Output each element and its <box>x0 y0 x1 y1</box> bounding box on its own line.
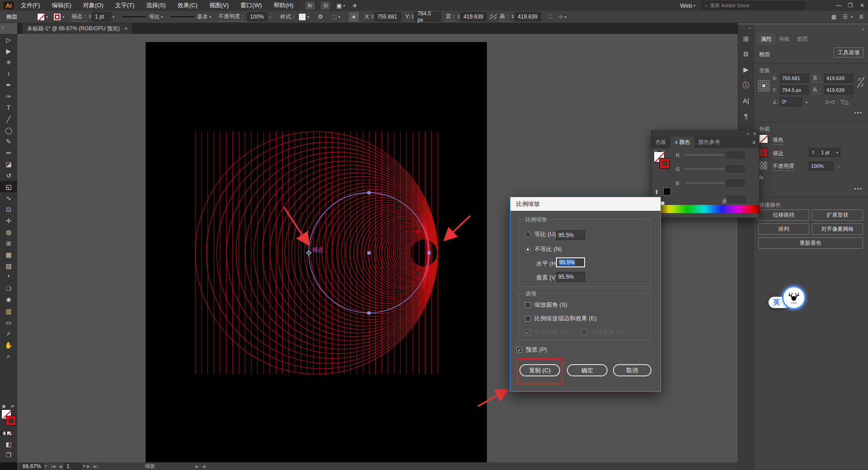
stroke-weight-input[interactable]: 1 pt <box>92 12 111 21</box>
hex-input[interactable] <box>727 196 745 203</box>
scroll-right-icon[interactable]: ▶ <box>195 464 198 469</box>
stroke-stepper[interactable]: ▲▼ <box>89 14 91 19</box>
panel-collapse-icon[interactable]: « <box>747 132 749 136</box>
paragraph-icon[interactable]: ¶ <box>738 108 754 123</box>
tab-color-guide[interactable]: 颜色参考 <box>694 137 724 148</box>
horizontal-input[interactable]: 95.5% <box>556 257 585 267</box>
tab-close-icon[interactable]: ✕ <box>124 26 128 31</box>
w-label[interactable]: 宽： <box>812 75 822 82</box>
brush-select[interactable]: 基本 <box>197 13 208 21</box>
x-input[interactable]: 755.681 <box>780 74 809 83</box>
stock-badge-icon[interactable]: St <box>321 2 330 9</box>
preview-checkbox[interactable]: ✓ <box>516 347 522 353</box>
tab-color[interactable]: ⇕颜色 <box>670 137 694 148</box>
arrange-documents-icon[interactable]: ▣▾ <box>336 2 345 9</box>
ai-logo[interactable]: Ai <box>3 1 14 10</box>
quick-action-button[interactable]: 对齐像素网格 <box>812 223 863 235</box>
puppet-warp-tool[interactable]: ✛ <box>0 215 17 226</box>
menu-lines-icon[interactable]: ≣ <box>859 14 863 20</box>
mesh-tool[interactable]: ▦ <box>0 249 17 260</box>
document-setup-icon[interactable]: ❂ <box>318 14 323 20</box>
quick-action-button[interactable]: 重新着色 <box>758 237 863 249</box>
direct-selection-tool[interactable]: ▶ <box>0 45 17 57</box>
h-input[interactable]: 419.639 <box>515 12 541 21</box>
lasso-tool[interactable]: ≀ <box>0 68 17 79</box>
width-tool[interactable]: ∿ <box>0 192 17 204</box>
w-input[interactable]: 419.639 <box>461 12 487 21</box>
bridge-badge-icon[interactable]: Br <box>306 2 315 9</box>
close-button[interactable]: ✕ <box>856 0 868 11</box>
menu-item[interactable]: 文件(F) <box>21 1 40 9</box>
search-input[interactable]: ⌕ 搜索 Adobe Stock <box>702 1 806 9</box>
panel-menu-icon[interactable]: ≡ <box>752 139 755 146</box>
line-tool[interactable]: ╱ <box>0 113 17 124</box>
artboard-number-select[interactable]: 1 <box>64 463 82 470</box>
link-dimensions-icon[interactable] <box>856 76 866 89</box>
select-similar-icon[interactable]: ⊹ <box>559 14 563 20</box>
non-uniform-radio[interactable] <box>525 247 531 252</box>
dialog-title-bar[interactable]: 比例缩放 <box>510 197 660 211</box>
black-swatch[interactable] <box>663 188 671 195</box>
eyedropper-tool[interactable]: ❜ <box>0 271 17 283</box>
swap-fill-stroke-icon[interactable]: ⇄ <box>11 404 14 408</box>
first-artboard-icon[interactable]: |◀ <box>51 464 55 469</box>
quick-action-button[interactable]: 排列 <box>758 223 809 235</box>
free-transform-tool[interactable]: ⊡ <box>0 204 17 215</box>
color-spectrum-bar[interactable] <box>659 205 760 213</box>
tab-swatches[interactable]: 色板 <box>651 137 670 148</box>
actions-icon[interactable]: ⚙ <box>738 47 754 62</box>
menu-item[interactable]: 文字(T) <box>115 1 135 9</box>
rotate-tool[interactable]: ↺ <box>0 170 17 181</box>
vertical-input[interactable]: 95.5% <box>556 272 585 282</box>
channel-slider[interactable] <box>685 154 724 156</box>
type-tool[interactable]: T <box>0 102 17 113</box>
menu-item[interactable]: 帮助(H) <box>274 1 293 9</box>
screen-mode-icon[interactable]: ❐ <box>0 449 17 461</box>
scroll-left-icon[interactable]: ◀ <box>202 464 205 469</box>
transform-icon[interactable]: ⛶ <box>548 14 552 20</box>
h-label[interactable]: 高： <box>812 86 822 94</box>
appearance-stroke-swatch[interactable] <box>759 148 768 157</box>
quick-action-button[interactable]: 位移路径 <box>758 209 809 221</box>
menu-item[interactable]: 选择(S) <box>146 1 165 9</box>
menu-item[interactable]: 效果(C) <box>178 1 198 9</box>
appearance-more-icon[interactable]: ••• <box>854 186 863 192</box>
width-profile-select[interactable]: 等比 <box>149 13 160 21</box>
workspace-switcher[interactable]: Web▾ <box>680 2 695 9</box>
default-swatches-icon[interactable]: ▣ <box>2 404 6 408</box>
angle-chevron-icon[interactable]: ▾ <box>806 100 807 104</box>
fx-button[interactable]: fx. <box>759 174 764 181</box>
panel-list-icon[interactable]: ☰ <box>843 14 848 20</box>
paintbrush-tool[interactable]: ✎ <box>0 136 17 147</box>
restore-button[interactable]: ❐ <box>844 0 856 11</box>
document-tab[interactable]: 未标题-1* @ 66.67% (RGB/GPU 预览) ✕ <box>23 23 133 34</box>
play-icon[interactable]: ▶ <box>738 62 754 77</box>
shaper-tool[interactable]: ✏ <box>0 147 17 158</box>
tab-artboard[interactable]: 画板 <box>775 33 793 45</box>
opacity-input[interactable]: 100% <box>247 12 267 21</box>
artboard-tool[interactable]: ▭ <box>0 317 17 328</box>
tool-options-button[interactable]: 工具选项 <box>834 47 863 57</box>
slice-tool[interactable]: ⌿ <box>0 328 17 339</box>
ok-button[interactable]: 确定 <box>567 364 608 376</box>
channel-input[interactable] <box>726 166 745 172</box>
blend-tool[interactable]: ❍ <box>0 283 17 294</box>
reference-point-icon[interactable] <box>349 12 359 21</box>
h-input[interactable]: 419.639 <box>824 85 853 95</box>
character-icon[interactable]: A| <box>738 93 754 108</box>
prev-artboard-icon[interactable]: ◀ <box>59 464 62 469</box>
stroke-weight-label[interactable]: 描边： <box>71 13 88 21</box>
next-artboard-icon[interactable]: ▶ <box>87 464 90 469</box>
hand-tool[interactable]: ✋ <box>0 339 17 351</box>
gradient-tool[interactable]: ▧ <box>0 260 17 271</box>
info-icon[interactable]: ⓘ <box>738 77 754 93</box>
channel-slider[interactable] <box>685 168 724 170</box>
libraries-icon[interactable]: ⊞ <box>738 31 754 47</box>
option-checkbox[interactable] <box>525 302 531 308</box>
cancel-button[interactable]: 取消 <box>613 364 651 376</box>
color-stroke-swatch[interactable] <box>659 158 670 169</box>
perspective-grid-tool[interactable]: ⊞ <box>0 237 17 249</box>
curvature-tool[interactable]: ✑ <box>0 90 17 102</box>
share-icon[interactable]: ✈ <box>352 2 357 9</box>
w-input[interactable]: 419.639 <box>824 74 853 83</box>
